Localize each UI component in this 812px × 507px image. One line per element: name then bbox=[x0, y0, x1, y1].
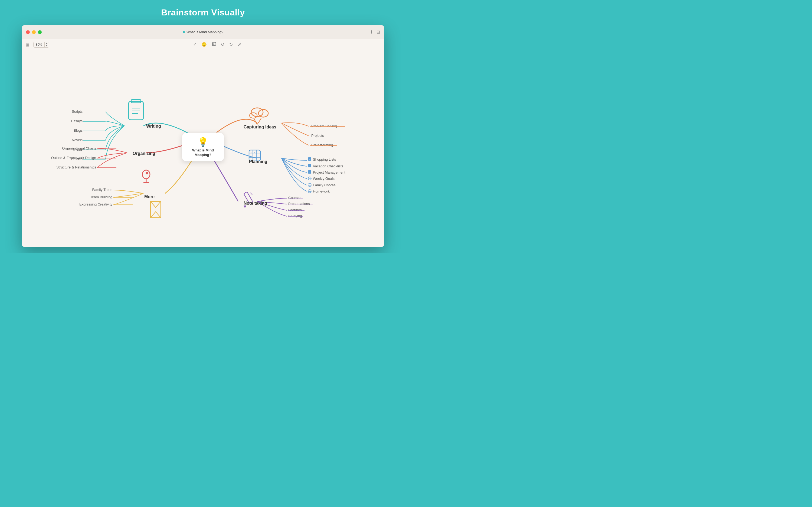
svg-line-55 bbox=[250, 193, 252, 195]
traffic-lights bbox=[26, 30, 42, 34]
toolbar-icons: ✓ 🙂 🖼 ↺ ↻ ⤢ bbox=[193, 42, 241, 47]
split-view-icon[interactable]: ⊟ bbox=[376, 30, 380, 35]
mind-map-canvas[interactable]: Writing Scripts Essays Blogs Novels Thes… bbox=[22, 50, 384, 247]
leaf-outline: Outline & Framework Design bbox=[51, 156, 96, 160]
leaf-vacation-checklists: Vacation Checklists bbox=[313, 164, 344, 168]
leaf-projects: Projects bbox=[311, 133, 324, 137]
zoom-down-arrow[interactable]: ▼ bbox=[45, 45, 49, 47]
leaf-family-trees: Family Trees bbox=[92, 188, 113, 192]
leaf-lectures: Lectures bbox=[288, 208, 302, 212]
close-button[interactable] bbox=[26, 30, 30, 34]
undo-icon[interactable]: ↺ bbox=[221, 42, 224, 47]
planning-label: Planning bbox=[249, 159, 267, 164]
redo-icon[interactable]: ↻ bbox=[229, 42, 233, 47]
notetaking-label: Note taking bbox=[244, 201, 267, 206]
image-icon[interactable]: 🖼 bbox=[212, 42, 216, 47]
leaf-problem-solving: Problem Solving bbox=[311, 124, 337, 128]
window-title: What is Mind Mapping? bbox=[187, 30, 223, 34]
leaf-family-chores: Family Chores bbox=[313, 183, 336, 187]
leaf-presentations: Presentations bbox=[288, 202, 310, 206]
writing-label: Writing bbox=[146, 124, 161, 128]
leaf-org-charts: Organizational Charts bbox=[62, 146, 96, 150]
leaf-courses: Courses bbox=[288, 196, 302, 200]
center-label: What is Mind Mapping? bbox=[192, 148, 214, 157]
svg-point-42 bbox=[308, 183, 311, 186]
emoji-icon[interactable]: 🙂 bbox=[201, 42, 207, 47]
organizing-label: Organizing bbox=[133, 151, 155, 156]
leaf-project-management: Project Management bbox=[313, 170, 345, 174]
more-label: More bbox=[144, 194, 155, 199]
leaf-team-building: Team Building bbox=[90, 195, 112, 199]
leaf-studying: Studying bbox=[288, 214, 302, 218]
zoom-up-arrow[interactable]: ▲ bbox=[45, 42, 49, 45]
titlebar-right-actions: ⬆ ⊟ bbox=[370, 30, 380, 35]
titlebar: What is Mind Mapping? ⬆ ⊟ bbox=[22, 25, 384, 39]
leaf-essays: Essays bbox=[71, 119, 83, 123]
svg-point-12 bbox=[258, 110, 268, 117]
check-icon[interactable]: ✓ bbox=[193, 42, 197, 47]
title-dot bbox=[183, 31, 185, 33]
leaf-homework: Homework bbox=[313, 189, 330, 193]
sidebar-toggle-icon[interactable]: ▦ bbox=[26, 43, 29, 47]
svg-text:✓: ✓ bbox=[308, 158, 310, 161]
leaf-scripts: Scripts bbox=[72, 110, 83, 114]
center-node[interactable]: 💡 What is Mind Mapping? bbox=[182, 133, 224, 161]
leaf-brainstorming: Brainstorming bbox=[311, 143, 333, 147]
leaf-expressing-creativity: Expressing Creativity bbox=[79, 202, 113, 206]
svg-text:✕: ✕ bbox=[254, 152, 256, 154]
leaf-blogs: Blogs bbox=[73, 128, 83, 132]
fullscreen-icon[interactable]: ⤢ bbox=[238, 42, 241, 47]
leaf-weekly-goals: Weekly Goals bbox=[313, 177, 335, 181]
toolbar: ▦ 80% ▲ ▼ ✓ 🙂 🖼 ↺ ↻ ⤢ bbox=[22, 39, 384, 50]
leaf-shopping-lists: Shopping Lists bbox=[313, 157, 336, 161]
zoom-label: 80% bbox=[34, 42, 44, 47]
share-icon[interactable]: ⬆ bbox=[370, 30, 373, 35]
app-window: What is Mind Mapping? ⬆ ⊟ ▦ 80% ▲ ▼ ✓ 🙂 … bbox=[22, 25, 384, 247]
titlebar-center: What is Mind Mapping? bbox=[183, 30, 223, 34]
leaf-structure: Structure & Relationships bbox=[56, 165, 96, 169]
zoom-control[interactable]: 80% ▲ ▼ bbox=[33, 42, 49, 48]
center-icon: 💡 bbox=[198, 137, 208, 147]
svg-text:✕: ✕ bbox=[250, 152, 252, 154]
svg-point-17 bbox=[142, 170, 150, 179]
svg-point-44 bbox=[308, 189, 311, 193]
leaf-novels: Novels bbox=[72, 138, 83, 142]
maximize-button[interactable] bbox=[38, 30, 42, 34]
app-title: Brainstorm Visually bbox=[161, 8, 245, 17]
capturing-label: Capturing Ideas bbox=[244, 125, 276, 129]
svg-marker-46 bbox=[151, 202, 161, 208]
svg-point-40 bbox=[308, 177, 311, 180]
minimize-button[interactable] bbox=[32, 30, 36, 34]
svg-point-20 bbox=[146, 172, 148, 174]
svg-marker-54 bbox=[244, 206, 246, 208]
svg-marker-47 bbox=[151, 212, 161, 218]
zoom-arrows[interactable]: ▲ ▼ bbox=[44, 42, 49, 47]
